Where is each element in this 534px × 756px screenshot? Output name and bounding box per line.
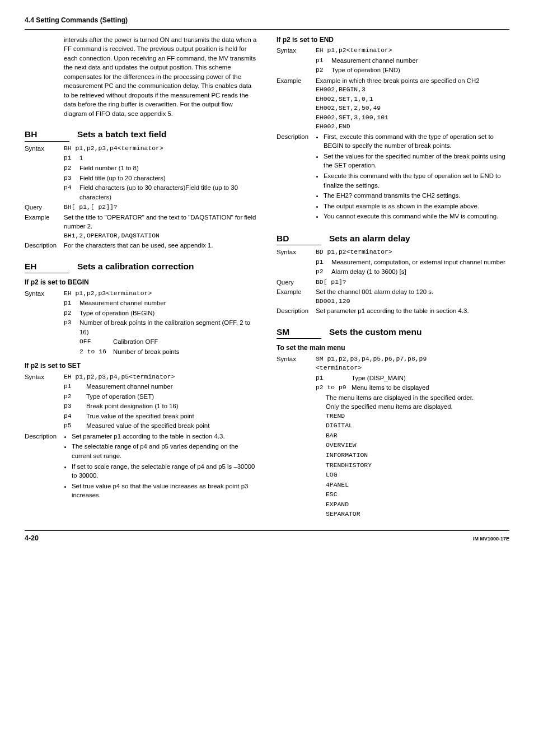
list-item: Set the values for the specified number … xyxy=(324,152,509,170)
cmd-bd-heading: BD Sets an alarm delay xyxy=(277,232,509,245)
param-key: p2 xyxy=(316,267,331,277)
syntax-label: Syntax xyxy=(277,46,316,55)
sm-menu-list: TREND DIGITAL BAR OVERVIEW INFORMATION T… xyxy=(326,412,509,519)
menu-item: SEPARATOR xyxy=(326,510,509,519)
eh-end-syntax: EH p1,p2<terminator> xyxy=(316,46,509,55)
param-val: Measurement, computation, or external in… xyxy=(331,258,509,267)
syntax-label: Syntax xyxy=(25,372,64,382)
menu-item: BAR xyxy=(326,431,509,441)
param-val: Measurement channel number xyxy=(331,56,509,66)
param-val: Break point designation (1 to 16) xyxy=(86,402,257,411)
eh-end-example-lead: Example in which three break points are … xyxy=(316,76,509,86)
param-val: Measurement channel number xyxy=(79,298,257,308)
example-label: Example xyxy=(277,76,316,132)
sm-main-heading: To set the main menu xyxy=(277,343,509,353)
example-line: EH002,SET,2,50,49 xyxy=(316,104,509,113)
menu-item: EXPAND xyxy=(326,500,509,510)
param-val: Measured value of the specified break po… xyxy=(86,421,257,431)
eh-set-desc-list: Set parameter p1 according to the table … xyxy=(64,432,257,500)
syntax-label: Syntax xyxy=(277,248,316,257)
section-divider xyxy=(25,29,509,30)
example-line: EH002,SET,3,100,101 xyxy=(316,113,509,123)
syntax-label: Syntax xyxy=(25,144,64,153)
list-item: If set to scale range, the selectable ra… xyxy=(72,462,257,480)
example-line: EH002,BEGIN,3 xyxy=(316,85,509,95)
param-key: p3 xyxy=(64,402,79,411)
page-number: 4-20 xyxy=(25,533,39,543)
opt-val: Number of break points xyxy=(113,347,257,357)
cmd-bh-code: BH xyxy=(25,128,69,141)
cmd-sm-heading: SM Sets the custom menu xyxy=(277,326,509,339)
cmd-bh-heading: BH Sets a batch text field xyxy=(25,128,257,141)
cmd-bd-title: Sets an alarm delay xyxy=(329,232,410,245)
example-label: Example xyxy=(277,287,316,306)
description-label: Description xyxy=(277,306,316,316)
list-item: The output example is as shown in the ex… xyxy=(324,202,509,211)
sm-note-b: Only the specified menu items are displa… xyxy=(326,402,509,412)
menu-item: ESC xyxy=(326,490,509,500)
eh-end-desc-list: First, execute this command with the typ… xyxy=(316,132,509,221)
example-label: Example xyxy=(25,213,64,241)
cmd-sm-code: SM xyxy=(277,326,321,339)
list-item: Execute this command with the type of op… xyxy=(324,171,509,190)
bd-syntax: BD p1,p2<terminator> xyxy=(316,248,509,257)
param-val: Field number (1 to 8) xyxy=(79,164,257,173)
param-val: Type of operation (SET) xyxy=(86,392,257,402)
description-label: Description xyxy=(25,432,64,501)
param-key: p4 xyxy=(64,412,79,421)
description-label: Description xyxy=(277,132,316,222)
param-key: p1 xyxy=(316,258,331,267)
eh-begin-heading: If p2 is set to BEGIN xyxy=(25,278,257,287)
bd-desc: Set parameter p1 according to the table … xyxy=(316,306,509,316)
cmd-sm-title: Sets the custom menu xyxy=(329,326,421,338)
param-key: p1 xyxy=(316,374,352,383)
menu-item: TREND xyxy=(326,412,509,421)
opt-key: 2 to 16 xyxy=(79,347,113,357)
eh-set-heading: If p2 is set to SET xyxy=(25,361,257,371)
param-val: Measurement channel number xyxy=(86,382,257,391)
param-val: Alarm delay (1 to 3600) [s] xyxy=(331,267,509,277)
param-key: p1 xyxy=(64,153,79,163)
param-key: p2 xyxy=(64,392,79,402)
bh-query: BH[ p1,[ p2]]? xyxy=(64,203,257,212)
param-key: p1 xyxy=(64,298,79,308)
document-id: IM MV1000-17E xyxy=(473,535,509,543)
list-item: You cannot execute this command while th… xyxy=(324,212,509,221)
bh-example-cmd: BH1,2,OPERATOR,DAQSTATION xyxy=(64,231,257,241)
right-column: If p2 is set to END Syntax EH p1,p2<term… xyxy=(277,35,509,520)
left-column: intervals after the power is turned ON a… xyxy=(25,35,257,520)
bd-example-text: Set the channel 001 alarm delay to 120 s… xyxy=(316,287,509,297)
param-key: p2 to p9 xyxy=(316,383,352,393)
cmd-eh-title: Sets a calibration correction xyxy=(77,260,194,273)
param-key: p1 xyxy=(316,56,331,66)
eh-begin-syntax: EH p1,p2,p3<terminator> xyxy=(64,289,257,298)
bh-desc: For the characters that can be used, see… xyxy=(64,241,257,250)
sm-syntax-b: <terminator> xyxy=(316,363,509,373)
example-line: EH002,END xyxy=(316,122,509,132)
section-title: 4.4 Setting Commands (Setting) xyxy=(25,16,509,26)
param-key: p2 xyxy=(64,309,79,318)
list-item: Set true value p4 so that the value incr… xyxy=(72,482,257,500)
list-item: The EH2? command transmits the CH2 setti… xyxy=(324,191,509,200)
menu-item: 4PANEL xyxy=(326,480,509,490)
param-key: p1 xyxy=(64,382,79,391)
param-val: Type (DISP_MAIN) xyxy=(352,374,509,383)
sm-note-a: The menu items are displayed in the spec… xyxy=(326,393,509,403)
param-key: p2 xyxy=(316,66,331,75)
param-val: 1 xyxy=(79,153,257,163)
param-val: Field title (up to 20 characters) xyxy=(79,174,257,183)
two-column-layout: intervals after the power is turned ON a… xyxy=(25,35,509,520)
query-label: Query xyxy=(277,278,316,287)
opt-val: Calibration OFF xyxy=(113,337,257,347)
example-line: EH002,SET,1,0,1 xyxy=(316,95,509,104)
param-key: p3 xyxy=(64,174,79,183)
param-key: p3 xyxy=(64,318,79,337)
syntax-label: Syntax xyxy=(277,354,316,373)
eh-end-heading: If p2 is set to END xyxy=(277,35,509,45)
cmd-eh-code: EH xyxy=(25,260,69,273)
sm-syntax-a: SM p1,p2,p3,p4,p5,p6,p7,p8,p9 xyxy=(316,354,509,364)
eh-set-syntax: EH p1,p2,p3,p4,p5<terminator> xyxy=(64,372,257,382)
param-val: Field characters (up to 30 characters)Fi… xyxy=(79,183,257,202)
menu-item: OVERVIEW xyxy=(326,441,509,450)
param-val: Menu items to be displayed xyxy=(352,383,509,393)
